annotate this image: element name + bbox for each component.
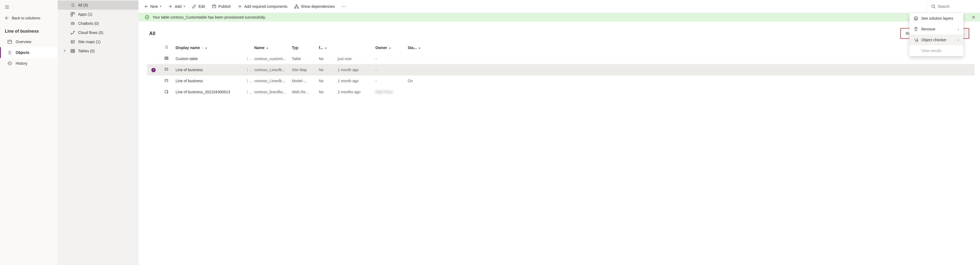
chevron-right-icon: › xyxy=(958,27,959,31)
apps-icon xyxy=(70,12,75,16)
selected-check-icon: ✓ xyxy=(151,68,156,72)
add-required-components-button[interactable]: Add required components xyxy=(235,0,291,13)
cell-owner: - xyxy=(373,75,405,86)
cell-display-name: Custom table xyxy=(173,53,243,64)
svg-rect-13 xyxy=(296,5,297,6)
header-owner[interactable]: Owner ▾ xyxy=(373,42,405,53)
cell-owner: - xyxy=(373,64,405,75)
search-icon xyxy=(931,4,935,9)
search-zone[interactable] xyxy=(927,0,978,13)
row-actions-button[interactable]: ⋮ xyxy=(243,53,251,64)
nav-overview[interactable]: Overview xyxy=(0,37,57,47)
edit-button[interactable]: Edit xyxy=(189,0,208,13)
overview-icon xyxy=(8,40,12,44)
tree-item-all[interactable]: All (3) xyxy=(57,0,138,10)
cell-modified: just now xyxy=(335,53,373,64)
cell-type: Web Re... xyxy=(289,86,316,97)
publish-button[interactable]: Publish xyxy=(209,0,234,13)
page-title: All xyxy=(149,31,155,37)
row-select[interactable]: ✓ xyxy=(147,64,160,75)
row-select[interactable] xyxy=(147,86,160,97)
tree-item-label: Apps (1) xyxy=(78,12,92,16)
tree-item-apps[interactable]: Apps (1) xyxy=(57,10,138,19)
tree-item-label: Cloud flows (0) xyxy=(78,30,103,35)
cmd-label: Add required components xyxy=(244,4,287,9)
tree-item-chatbots[interactable]: Chatbots (0) xyxy=(57,19,138,28)
header-status[interactable]: Sta... ▾ xyxy=(405,42,426,53)
svg-rect-3 xyxy=(73,13,75,14)
show-dependencies-button[interactable]: Show dependencies xyxy=(291,0,338,13)
cell-status xyxy=(405,64,426,75)
cell-status xyxy=(405,86,426,97)
svg-point-9 xyxy=(73,31,75,32)
close-icon xyxy=(971,15,976,19)
tree-item-sitemaps[interactable]: Site maps (1) xyxy=(57,37,138,46)
layers-icon xyxy=(914,16,918,21)
header-select[interactable] xyxy=(147,42,160,53)
cell-modified: 1 month ago xyxy=(335,75,373,86)
tree-item-tables[interactable]: Tables (0) xyxy=(57,46,138,56)
object-tree: All (3) Apps (1) Chatbots (0) Cloud flow… xyxy=(57,0,138,265)
svg-rect-11 xyxy=(71,49,75,53)
cell-name: contoso_Lineofb... xyxy=(251,75,289,86)
menu-see-solution-layers[interactable]: See solution layers xyxy=(910,13,963,24)
menu-remove[interactable]: Remove › xyxy=(910,24,963,35)
row-actions-button[interactable]: ⋮ xyxy=(243,64,251,75)
table-row[interactable]: Custom table ⋮ contoso_customt... Table … xyxy=(147,53,975,64)
main-area: New ▾ Add ▾ Edit Publish Add required co… xyxy=(138,0,980,265)
cell-display-name: Line of business xyxy=(173,75,243,86)
close-notification-button[interactable] xyxy=(971,15,976,20)
search-input[interactable] xyxy=(938,4,970,9)
tree-item-label: Chatbots (0) xyxy=(78,21,99,26)
header-f[interactable]: f... ▾ xyxy=(316,42,335,53)
nav-objects[interactable]: Objects xyxy=(0,47,57,58)
row-actions-button[interactable]: ⋮ xyxy=(243,75,251,86)
table-row[interactable]: Line of business ⋮ contoso_Lineofb... Mo… xyxy=(147,75,975,86)
header-type[interactable]: Typ xyxy=(289,42,316,53)
menu-object-checker[interactable]: Object checker › xyxy=(910,35,963,45)
trash-icon xyxy=(914,27,918,31)
row-actions-button[interactable]: ⋮ xyxy=(243,86,251,97)
back-to-solutions-link[interactable]: Back to solutions xyxy=(0,12,57,24)
success-notification: Your table contoso_Customtable has been … xyxy=(138,13,980,22)
table-row[interactable]: Line of business_202104300913 ⋮ contoso_… xyxy=(147,86,975,97)
ctx-label: Remove xyxy=(921,27,935,31)
row-select[interactable] xyxy=(147,53,160,64)
chatbot-icon xyxy=(70,21,75,26)
cell-modified: 1 month ago xyxy=(335,64,373,75)
cell-type: Site Map xyxy=(289,64,316,75)
plus-icon xyxy=(238,4,242,9)
notification-text: Your table contoso_Customtable has been … xyxy=(153,15,266,19)
check-circle-icon xyxy=(145,15,149,19)
hamburger-button[interactable] xyxy=(0,3,57,12)
header-modified[interactable] xyxy=(335,42,373,53)
cell-modified: 2 months ago xyxy=(335,86,373,97)
header-display-name[interactable]: Display name ↑ ▾ xyxy=(173,42,243,53)
command-bar: New ▾ Add ▾ Edit Publish Add required co… xyxy=(138,0,980,13)
svg-rect-14 xyxy=(294,7,296,8)
cell-owner: Matt Peart xyxy=(373,86,405,97)
overflow-menu-button[interactable]: ⋯ xyxy=(339,0,349,13)
new-button[interactable]: New ▾ xyxy=(141,0,165,13)
row-select[interactable] xyxy=(147,75,160,86)
tree-item-cloud-flows[interactable]: Cloud flows (0) xyxy=(57,28,138,37)
header-icon[interactable] xyxy=(160,42,173,53)
svg-point-8 xyxy=(71,33,72,34)
chevron-down-icon: ▾ xyxy=(419,46,420,49)
nav-item-label: History xyxy=(16,61,27,65)
add-button[interactable]: Add ▾ xyxy=(165,0,188,13)
svg-rect-4 xyxy=(71,14,72,16)
header-name[interactable]: Name ▾ xyxy=(251,42,289,53)
cell-status xyxy=(405,53,426,64)
cell-status: On xyxy=(405,75,426,86)
table-row[interactable]: ✓ Line of business ⋮ contoso_Lineofb... … xyxy=(147,64,975,75)
svg-rect-10 xyxy=(71,40,74,43)
objects-table: Display name ↑ ▾ Name ▾ Typ f... ▾ xyxy=(147,42,975,97)
chevron-right-icon[interactable] xyxy=(63,49,66,53)
tree-item-label: Tables (0) xyxy=(78,49,94,53)
cell-name: contoso_lineofbu... xyxy=(251,86,289,97)
page-heading: All Run Object checker › xyxy=(138,22,980,42)
nav-history[interactable]: History xyxy=(0,58,57,69)
history-icon xyxy=(8,61,12,65)
svg-point-16 xyxy=(932,5,934,8)
